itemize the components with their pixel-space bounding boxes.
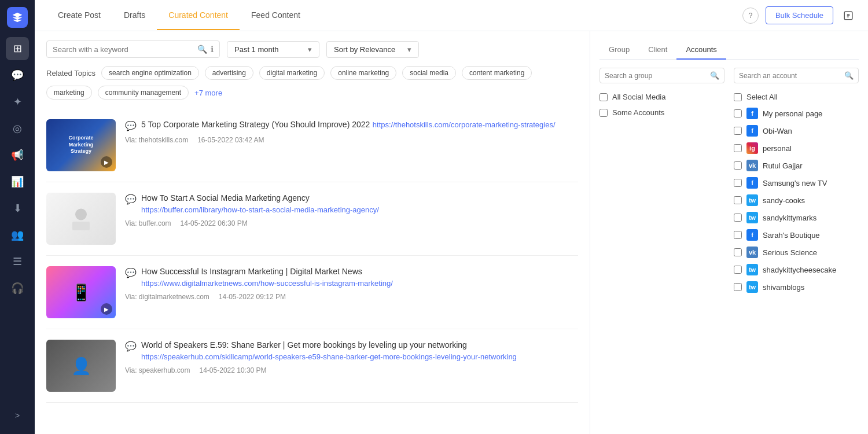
article-title-wrap-2: How To Start A Social Media Marketing Ag… (141, 193, 379, 215)
account-item-4[interactable]: f Samsung's new TV (734, 174, 859, 192)
content-icon-2: 💬 (125, 194, 137, 205)
article-thumb-4: 👤 (46, 340, 116, 392)
topic-chip-seo[interactable]: search engine optimization (101, 66, 199, 80)
tab-feed-content[interactable]: Feed Content (240, 1, 312, 30)
topic-chip-digital[interactable]: digital marketing (259, 66, 325, 80)
accounts-list: f My personal page f Obi-Wan ig personal (734, 105, 859, 296)
select-all-item[interactable]: Select All (734, 89, 859, 105)
checkbox-account-8[interactable] (734, 248, 742, 256)
article-link-2[interactable]: https://buffer.com/library/how-to-start-… (141, 205, 379, 214)
topic-chip-advertising[interactable]: advertising (205, 66, 253, 80)
some-accounts-label: Some Accounts (612, 108, 664, 117)
article-content-1: 💬 5 Top Corporate Marketing Strategy (Yo… (125, 119, 578, 144)
account-item-7[interactable]: f Sarah's Boutique (734, 226, 859, 244)
account-item-2[interactable]: ig personal (734, 139, 859, 157)
group-some-accounts[interactable]: Some Accounts (599, 105, 724, 120)
account-item-0[interactable]: f My personal page (734, 105, 859, 122)
info-icon[interactable]: ℹ (211, 45, 214, 54)
topic-chip-community[interactable]: community management (98, 86, 189, 100)
checkbox-account-7[interactable] (734, 231, 742, 239)
tab-drafts[interactable]: Drafts (112, 1, 157, 30)
article-header-1: 💬 5 Top Corporate Marketing Strategy (Yo… (125, 119, 578, 131)
sidebar-item-users[interactable]: 👥 (6, 223, 29, 247)
account-item-1[interactable]: f Obi-Wan (734, 122, 859, 139)
checkbox-account-4[interactable] (734, 179, 742, 187)
group-search-input[interactable] (605, 72, 707, 80)
all-social-label: All Social Media (612, 93, 666, 101)
sort-filter-value: Sort by Relevance (334, 45, 395, 54)
article-thumb-2 (46, 193, 116, 245)
checkbox-account-9[interactable] (734, 266, 742, 274)
article-link-3[interactable]: https://www.digitalmarketnews.com/how-su… (141, 279, 393, 288)
account-item-5[interactable]: tw sandy-cooks (734, 192, 859, 209)
help-button[interactable]: ? (742, 8, 759, 24)
sort-filter-dropdown[interactable]: Sort by Relevance ▾ (326, 41, 419, 58)
account-item-3[interactable]: vk Rutul Gajjar (734, 157, 859, 174)
account-item-10[interactable]: tw shivamblogs (734, 278, 859, 296)
svg-rect-2 (72, 222, 90, 230)
account-label-9: shadykittycheesecake (763, 266, 836, 274)
article-header-4: 💬 World of Speakers E.59: Shane Barker |… (125, 340, 578, 362)
sidebar-expand-button[interactable]: > (6, 404, 29, 427)
sidebar-item-analytics[interactable]: ✦ (6, 90, 29, 113)
checkbox-some-accounts[interactable] (599, 109, 608, 117)
panel-tab-group[interactable]: Group (599, 41, 639, 60)
account-item-9[interactable]: tw shadykittycheesecake (734, 261, 859, 278)
article-link-4[interactable]: https://speakerhub.com/skillcamp/world-s… (141, 352, 517, 361)
sidebar-item-download[interactable]: ⬇ (6, 197, 29, 220)
sidebar-item-radar[interactable]: ◎ (6, 117, 29, 140)
article-link-1[interactable]: https://thehotskills.com/corporate-marke… (373, 120, 556, 129)
search-input[interactable] (53, 45, 194, 54)
nav-actions: ? Bulk Schedule (742, 6, 856, 24)
account-label-8: Serious Science (763, 248, 817, 257)
panel-tab-accounts[interactable]: Accounts (676, 41, 726, 60)
checkbox-account-1[interactable] (734, 127, 742, 135)
play-icon-3: ▶ (101, 303, 112, 315)
topic-chip-social[interactable]: social media (402, 66, 456, 80)
topic-chip-content[interactable]: content marketing (462, 66, 532, 80)
account-label-1: Obi-Wan (763, 127, 792, 135)
topic-chip-marketing[interactable]: marketing (46, 86, 92, 100)
account-search-wrap: 🔍 (734, 68, 859, 83)
date-filter-dropdown[interactable]: Past 1 month ▾ (227, 41, 319, 58)
article-content-2: 💬 How To Start A Social Media Marketing … (125, 193, 578, 227)
sidebar-item-chat[interactable]: 💬 (6, 64, 29, 87)
checkbox-account-2[interactable] (734, 144, 742, 152)
svg-point-1 (75, 209, 87, 220)
article-via-4: Via: speakerhub.com (125, 366, 190, 374)
account-search-input[interactable] (739, 72, 841, 80)
article-card-4: 👤 💬 World of Speakers E.59: Shane Barker… (46, 329, 578, 403)
sidebar-item-megaphone[interactable]: 📢 (6, 144, 29, 167)
account-label-0: My personal page (763, 109, 822, 118)
sidebar-item-chart[interactable]: 📊 (6, 170, 29, 193)
sidebar-item-dashboard[interactable]: ⊞ (6, 37, 29, 60)
checkbox-account-6[interactable] (734, 214, 742, 222)
avatar-account-4: f (746, 177, 758, 189)
bulk-schedule-button[interactable]: Bulk Schedule (766, 6, 833, 24)
account-label-7: Sarah's Boutique (763, 231, 820, 240)
checkbox-account-0[interactable] (734, 109, 742, 117)
more-topics-link[interactable]: +7 more (194, 89, 222, 97)
export-button[interactable] (840, 8, 856, 24)
checkbox-select-all[interactable] (734, 93, 742, 101)
content-icon-3: 💬 (125, 267, 137, 278)
sidebar-logo[interactable] (7, 7, 28, 28)
account-item-6[interactable]: tw sandykittymarks (734, 209, 859, 226)
group-search-wrap: 🔍 (599, 68, 724, 83)
checkbox-account-3[interactable] (734, 161, 742, 170)
tab-create-post[interactable]: Create Post (46, 1, 112, 30)
topic-chip-online[interactable]: online marketing (330, 66, 396, 80)
checkbox-account-5[interactable] (734, 196, 742, 204)
sidebar-item-support[interactable]: 🎧 (6, 277, 29, 300)
article-meta-2: Via: buffer.com 14-05-2022 06:30 PM (125, 219, 578, 227)
article-card-1: CorporateMarketingStrategy ▶ 💬 5 Top Cor… (46, 109, 578, 182)
related-topics-label: Related Topics (46, 69, 95, 78)
checkbox-account-10[interactable] (734, 283, 742, 291)
sort-filter-chevron: ▾ (407, 45, 411, 54)
sidebar-item-list[interactable]: ☰ (6, 250, 29, 273)
group-all-social-media[interactable]: All Social Media (599, 89, 724, 105)
account-item-8[interactable]: vk Serious Science (734, 244, 859, 261)
panel-tab-client[interactable]: Client (639, 41, 676, 60)
tab-curated-content[interactable]: Curated Content (157, 1, 240, 30)
checkbox-all-social[interactable] (599, 93, 608, 101)
